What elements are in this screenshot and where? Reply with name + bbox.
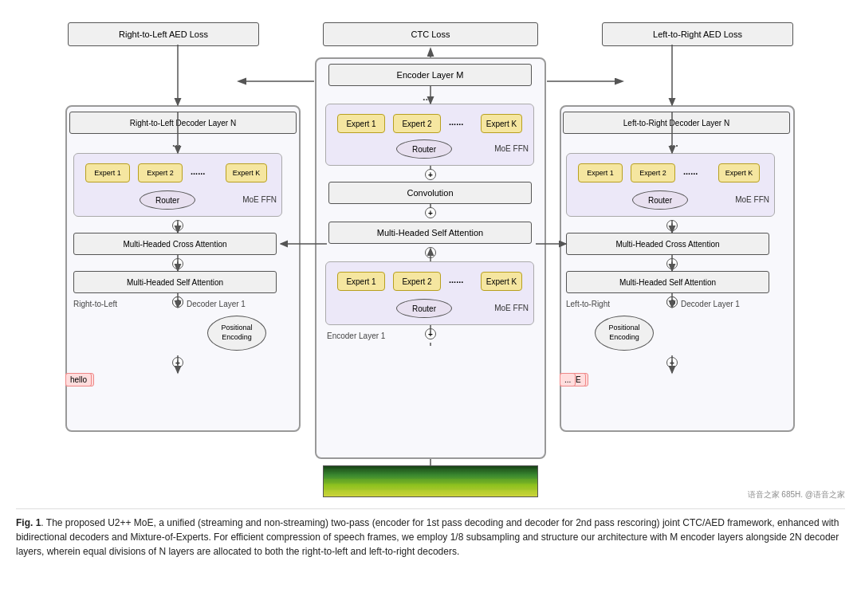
right-plus-2: + bbox=[666, 258, 678, 269]
encoder-convolution: Convolution bbox=[328, 182, 532, 204]
encoder-layer-m: Encoder Layer M bbox=[328, 64, 532, 86]
right-moe: Expert 1 Expert 2 ...... Expert K Router… bbox=[566, 153, 775, 217]
ctc-loss: CTC Loss bbox=[323, 22, 538, 46]
left-plus-2: + bbox=[172, 258, 183, 269]
right-moe-label: MoE FFN bbox=[735, 195, 769, 204]
rtl-aed-loss: Right-to-Left AED Loss bbox=[68, 22, 259, 46]
right-plus-token: + bbox=[666, 357, 678, 368]
left-decoder-ellipsis: ... bbox=[172, 137, 181, 149]
fig-label: Fig. 1 bbox=[16, 517, 41, 528]
right-expertk: Expert K bbox=[718, 163, 760, 182]
left-router: Router bbox=[140, 190, 195, 210]
right-decoder-circle: ⊕ bbox=[666, 296, 678, 308]
right-decoder-layer1-label: Left-to-Right bbox=[566, 300, 610, 308]
svg-rect-16 bbox=[324, 484, 538, 488]
svg-rect-13 bbox=[324, 470, 538, 472]
right-self-attention: Multi-Headed Self Attention bbox=[566, 271, 769, 293]
left-plus-token: + bbox=[172, 357, 183, 368]
left-moe-dots: ...... bbox=[191, 167, 205, 176]
encoder-moe-bottom: Expert 1 Expert 2 ...... Expert K Router… bbox=[325, 261, 534, 325]
ltr-decoder-layer-n: Left-to-Right Decoder Layer N bbox=[563, 112, 790, 134]
svg-rect-15 bbox=[324, 479, 538, 481]
encoder-layer-1-label: Encoder Layer 1 bbox=[327, 332, 385, 340]
left-token-3: hello bbox=[65, 373, 92, 386]
left-moe: Expert 1 Expert 2 ...... Expert K Router… bbox=[73, 153, 282, 217]
left-self-attention: Multi-Headed Self Attention bbox=[73, 271, 277, 293]
enc-plus-1: + bbox=[425, 169, 436, 180]
rtl-decoder-layer-n: Right-to-Left Decoder Layer N bbox=[69, 112, 297, 134]
left-plus-1: + bbox=[172, 220, 183, 231]
spectrogram bbox=[323, 465, 538, 497]
enc-top-expert2: Expert 2 bbox=[393, 114, 441, 133]
encoder-self-attention: Multi-Headed Self Attention bbox=[328, 222, 532, 244]
caption-text: . The proposed U2++ MoE, a unified (stre… bbox=[16, 517, 839, 557]
svg-rect-12 bbox=[324, 466, 538, 469]
enc-plus-2: + bbox=[425, 207, 436, 218]
right-positional-encoding: PositionalEncoding bbox=[595, 316, 654, 351]
spectrogram-svg bbox=[324, 466, 538, 497]
left-decoder-label: Decoder Layer 1 bbox=[187, 300, 246, 308]
enc-top-dots: ...... bbox=[449, 117, 463, 127]
right-expert1: Expert 1 bbox=[578, 163, 623, 182]
left-moe-label: MoE FFN bbox=[242, 195, 277, 204]
left-positional-encoding: PositionalEncoding bbox=[207, 316, 266, 351]
left-decoder-layer1-label: Right-to-Left bbox=[73, 300, 117, 308]
svg-rect-14 bbox=[324, 474, 538, 477]
watermark: 语音之家 685H. @语音之家 bbox=[748, 489, 845, 500]
right-plus-1: + bbox=[666, 220, 678, 231]
enc-bot-expertk: Expert K bbox=[481, 272, 522, 291]
architecture-diagram: Right-to-Left AED Loss CTC Loss Left-to-… bbox=[16, 8, 845, 502]
enc-top-router: Router bbox=[396, 139, 452, 159]
enc-bot-dots: ...... bbox=[449, 275, 463, 284]
left-cross-attention: Multi-Headed Cross Attention bbox=[73, 233, 277, 255]
right-decoder-ellipsis: ... bbox=[670, 137, 678, 149]
enc-bot-expert1: Expert 1 bbox=[337, 272, 385, 291]
enc-top-expert1: Expert 1 bbox=[337, 114, 385, 133]
right-moe-dots: ...... bbox=[683, 167, 698, 176]
right-decoder-label: Decoder Layer 1 bbox=[681, 300, 740, 308]
left-expert1: Expert 1 bbox=[85, 163, 130, 182]
encoder-ellipsis: ... bbox=[423, 91, 431, 103]
right-expert2: Expert 2 bbox=[631, 163, 675, 182]
enc-plus-4: + bbox=[425, 328, 436, 339]
enc-bot-router: Router bbox=[396, 299, 452, 318]
left-expert2: Expert 2 bbox=[138, 163, 183, 182]
figure-caption: Fig. 1. The proposed U2++ MoE, a unified… bbox=[16, 508, 845, 559]
svg-rect-17 bbox=[324, 490, 538, 493]
right-cross-attention: Multi-Headed Cross Attention bbox=[566, 233, 769, 255]
enc-bot-moe-label: MoE FFN bbox=[494, 304, 529, 312]
right-token-3: ... bbox=[560, 373, 576, 386]
left-expertk: Expert K bbox=[226, 163, 267, 182]
enc-top-moe-label: MoE FFN bbox=[494, 144, 529, 153]
enc-bot-expert2: Expert 2 bbox=[393, 272, 441, 291]
spectrogram-inner bbox=[324, 466, 537, 496]
right-router: Router bbox=[632, 190, 688, 210]
left-decoder-circle: ⊕ bbox=[172, 296, 183, 308]
enc-top-expertk: Expert K bbox=[481, 114, 522, 133]
encoder-moe-top: Expert 1 Expert 2 ...... Expert K Router… bbox=[325, 104, 534, 166]
ltr-aed-loss: Left-to-Right AED Loss bbox=[602, 22, 793, 46]
enc-plus-3: + bbox=[425, 247, 436, 258]
